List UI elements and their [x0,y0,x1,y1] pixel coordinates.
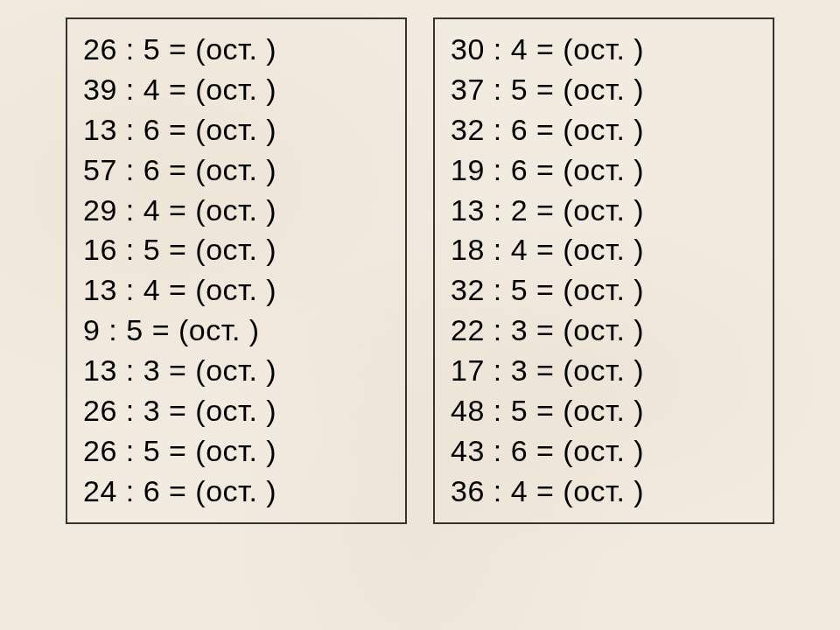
remainder-label: (ост. ) [195,153,276,186]
division-separator: : [485,313,511,346]
dividend: 18 [451,233,485,266]
division-separator: : [485,153,511,186]
equals-sign: = [160,273,195,306]
problem-line: 13 : 4 = (ост. ) [83,270,388,311]
problem-line: 19 : 6 = (ост. ) [451,150,755,191]
problem-line: 30 : 4 = (ост. ) [451,30,755,70]
problem-line: 36 : 4 = (ост. ) [451,472,755,512]
remainder-label: (ост. ) [195,113,276,146]
division-separator: : [117,113,144,146]
divisor: 2 [511,193,528,227]
equals-sign: = [160,474,195,508]
division-separator: : [100,313,126,346]
problem-line: 24 : 6 = (ост. ) [83,472,388,512]
problem-line: 48 : 5 = (ост. ) [451,391,755,431]
divisor: 3 [144,354,160,387]
division-separator: : [485,273,511,306]
equals-sign: = [144,313,178,346]
division-separator: : [485,113,511,146]
problem-line: 26 : 3 = (ост. ) [83,391,388,431]
right-problems-box: 30 : 4 = (ост. )37 : 5 = (ост. )32 : 6 =… [433,18,774,524]
equals-sign: = [528,313,563,346]
problem-line: 32 : 5 = (ост. ) [451,270,755,311]
divisor: 6 [144,153,160,186]
dividend: 39 [83,73,117,106]
division-separator: : [117,434,144,467]
problem-line: 22 : 3 = (ост. ) [451,311,755,351]
divisor: 6 [511,153,528,186]
equals-sign: = [528,394,563,427]
division-separator: : [117,73,144,106]
divisor: 5 [144,233,160,266]
equals-sign: = [528,474,563,508]
dividend: 32 [451,113,485,146]
dividend: 19 [451,153,485,186]
equals-sign: = [160,153,195,186]
equals-sign: = [528,354,563,387]
dividend: 13 [83,354,117,387]
remainder-label: (ост. ) [195,193,276,227]
remainder-label: (ост. ) [195,233,276,266]
divisor: 3 [511,354,528,387]
remainder-label: (ост. ) [563,153,644,186]
remainder-label: (ост. ) [195,354,276,387]
remainder-label: (ост. ) [563,394,644,427]
divisor: 3 [144,394,160,427]
equals-sign: = [160,113,195,146]
remainder-label: (ост. ) [563,32,644,66]
division-separator: : [485,474,511,508]
remainder-label: (ост. ) [195,32,276,66]
remainder-label: (ост. ) [563,273,644,306]
dividend: 30 [451,32,485,66]
dividend: 48 [451,394,485,427]
problem-line: 13 : 3 = (ост. ) [83,351,388,391]
division-separator: : [485,73,511,106]
problem-line: 13 : 6 = (ост. ) [83,110,388,150]
division-separator: : [117,193,144,227]
dividend: 13 [83,113,117,146]
problem-line: 17 : 3 = (ост. ) [451,351,755,391]
equals-sign: = [160,233,195,266]
divisor: 5 [126,313,143,346]
division-separator: : [485,193,511,227]
equals-sign: = [528,113,563,146]
remainder-label: (ост. ) [195,73,276,106]
divisor: 5 [144,434,160,467]
problem-line: 43 : 6 = (ост. ) [451,431,755,472]
equals-sign: = [528,434,563,467]
divisor: 4 [144,273,160,306]
divisor: 4 [511,474,528,508]
dividend: 16 [83,233,117,266]
dividend: 26 [83,434,117,467]
equals-sign: = [528,73,563,106]
remainder-label: (ост. ) [178,313,260,346]
divisor: 4 [144,193,160,227]
dividend: 43 [451,434,485,467]
divisor: 6 [511,113,528,146]
division-separator: : [117,233,144,266]
division-separator: : [117,153,144,186]
equals-sign: = [528,233,563,266]
remainder-label: (ост. ) [563,354,644,387]
problem-line: 57 : 6 = (ост. ) [83,150,388,191]
dividend: 24 [83,474,117,508]
remainder-label: (ост. ) [195,474,276,508]
problem-line: 18 : 4 = (ост. ) [451,230,755,270]
equals-sign: = [528,153,563,186]
divisor: 5 [511,394,528,427]
remainder-label: (ост. ) [195,394,276,427]
equals-sign: = [160,193,195,227]
problem-line: 13 : 2 = (ост. ) [451,191,755,231]
dividend: 17 [451,354,485,387]
dividend: 57 [83,153,117,186]
division-separator: : [117,394,144,427]
divisor: 3 [511,313,528,346]
problem-line: 16 : 5 = (ост. ) [83,230,388,270]
equals-sign: = [528,273,563,306]
problem-line: 29 : 4 = (ост. ) [83,191,388,231]
division-separator: : [485,233,511,266]
divisor: 4 [511,32,528,66]
remainder-label: (ост. ) [563,113,644,146]
left-problems-box: 26 : 5 = (ост. )39 : 4 = (ост. )13 : 6 =… [66,18,407,524]
equals-sign: = [160,32,195,66]
